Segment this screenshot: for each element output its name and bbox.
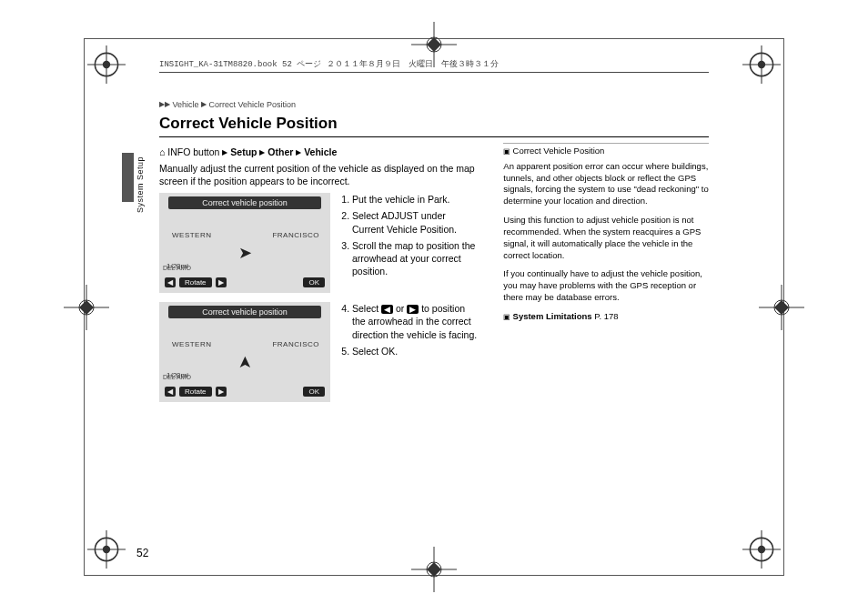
page-number: 52 (136, 547, 148, 559)
sidebar-heading: Correct Vehicle Position (503, 146, 709, 157)
registration-mark-icon (87, 45, 126, 84)
cross-reference-page: P. 178 (592, 311, 619, 321)
rotate-left-button-icon: ◀ (381, 305, 393, 314)
alignment-target-icon (759, 285, 804, 330)
breadcrumb: ▶▶ Vehicle ▶ Correct Vehicle Position (159, 100, 709, 109)
section-label: System Setup (136, 156, 145, 213)
intro-paragraph: Manually adjust the current position of … (159, 163, 478, 187)
section-tab (122, 153, 134, 202)
path-step: Vehicle (304, 146, 337, 157)
step-text: or (393, 303, 407, 314)
registration-mark-icon (742, 45, 781, 84)
side-column: Correct Vehicle Position An apparent pos… (503, 143, 709, 411)
screenshot-1: Correct vehicle position WESTERN FRANCIS… (159, 193, 330, 293)
cross-reference-title: System Limitations (503, 311, 591, 321)
sidebar-paragraph: Using this function to adjust vehicle po… (503, 215, 709, 261)
breadcrumb-arrow-icon: ▶ (201, 100, 207, 108)
path-step: Other (267, 146, 293, 157)
nav-path: ⌂ INFO button ▶ Setup ▶ Other ▶ Vehicle (159, 146, 478, 157)
steps-list: Select ◀ or ▶ to position the arrowhead … (339, 302, 478, 402)
rotate-left-icon: ◀ (165, 387, 176, 397)
sidebar-paragraph: If you continually have to adjust the ve… (503, 268, 709, 303)
content-area: ▶▶ Vehicle ▶ Correct Vehicle Position Co… (159, 100, 709, 541)
rotate-button: Rotate (179, 387, 212, 397)
step-2: Select ADJUST under Current Vehicle Posi… (352, 209, 478, 235)
path-arrow-icon: ▶ (296, 148, 301, 156)
map-label: WESTERN (172, 231, 212, 239)
path-arrow-icon: ▶ (259, 148, 265, 156)
breadcrumb-seg: Correct Vehicle Position (209, 100, 297, 109)
rotate-left-icon: ◀ (165, 277, 176, 287)
screenshot-titlebar: Correct vehicle position (168, 306, 321, 318)
ui-term: ADJUST (381, 210, 419, 221)
step-text: under (419, 210, 446, 221)
step-text: Select (352, 303, 381, 314)
registration-mark-icon (87, 530, 126, 569)
ui-term: Current Vehicle Position (352, 224, 454, 235)
map-label: DEL AMO (163, 374, 191, 380)
ui-term: OK (381, 346, 395, 357)
vehicle-arrow-icon: ➤ (235, 356, 255, 369)
rotate-button: Rotate (179, 277, 212, 287)
map-label: WESTERN (172, 340, 212, 348)
info-icon: ⌂ (159, 146, 165, 157)
steps-list: Put the vehicle in Park. Select ADJUST u… (339, 193, 478, 293)
map-label: DEL AMO (163, 265, 191, 271)
step-5: Select OK. (352, 345, 478, 357)
step-text: Select (352, 210, 381, 221)
main-column: ⌂ INFO button ▶ Setup ▶ Other ▶ Vehicle … (159, 143, 478, 411)
step-1: Put the vehicle in Park. (352, 193, 478, 206)
alignment-target-icon (411, 547, 457, 592)
rotate-right-button-icon: ▶ (407, 305, 419, 314)
map-label: FRANCISCO (272, 340, 319, 348)
vehicle-arrow-icon: ➤ (238, 243, 252, 263)
ok-button: OK (303, 387, 325, 397)
step-4: Select ◀ or ▶ to position the arrowhead … (352, 302, 478, 341)
sidebar-paragraph: An apparent position error can occur whe… (503, 161, 709, 207)
alignment-target-icon (64, 285, 109, 330)
breadcrumb-arrow-icon: ▶▶ (159, 100, 170, 108)
step-text: . (395, 346, 398, 357)
step-3: Scroll the map to position the arrowhead… (352, 239, 478, 278)
screenshot-2: Correct vehicle position WESTERN FRANCIS… (159, 302, 330, 402)
map-label: FRANCISCO (272, 231, 319, 239)
step-text: Select (352, 346, 381, 357)
rotate-right-icon: ▶ (216, 277, 227, 287)
screenshot-titlebar: Correct vehicle position (168, 196, 321, 209)
rotate-right-icon: ▶ (216, 387, 227, 397)
step-text: . (454, 224, 457, 235)
cross-reference: System Limitations P. 178 (503, 311, 709, 323)
book-file-header: INSIGHT_KA-31TM8820.book 52 ページ ２０１１年８月９… (159, 58, 709, 73)
path-arrow-icon: ▶ (222, 148, 227, 156)
page-title: Correct Vehicle Position (159, 115, 709, 137)
breadcrumb-seg: Vehicle (173, 100, 199, 109)
path-step: Setup (230, 146, 257, 157)
ok-button: OK (303, 277, 325, 287)
path-text: INFO button (167, 146, 219, 157)
registration-mark-icon (742, 530, 781, 569)
